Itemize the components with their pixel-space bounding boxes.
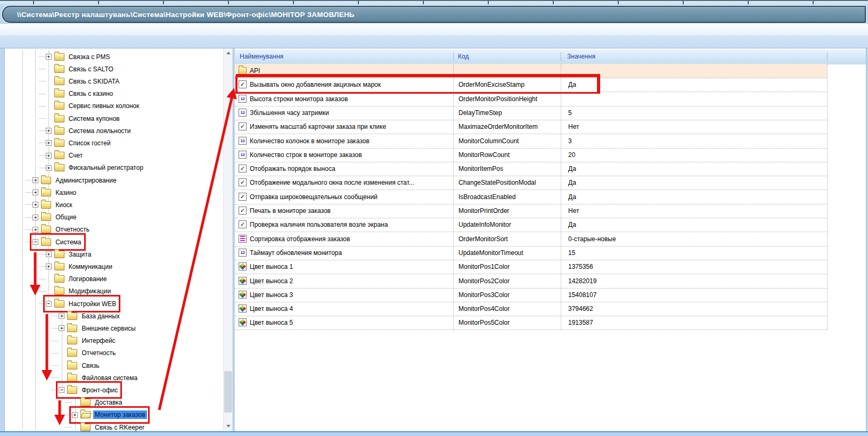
tree-item[interactable]: Связь (5, 359, 233, 372)
tree-item[interactable]: +Защита (5, 248, 233, 260)
setting-code: OrderMonExciseStamp (458, 81, 525, 88)
setting-value: 1913587 (568, 319, 593, 326)
expand-toggle-icon[interactable]: + (59, 313, 64, 319)
scroll-down-button[interactable] (224, 422, 233, 431)
setting-value: 20 (568, 151, 575, 159)
tree-connector (39, 254, 46, 254)
tree-item[interactable]: +Система лояльности (5, 125, 233, 137)
setting-value: 15408107 (568, 291, 596, 299)
setting-row[interactable]: Количество строк в мониторе заказовMonit… (235, 148, 827, 162)
setting-row[interactable]: Печать в мониторе заказовMonitorPrintOrd… (235, 204, 827, 218)
toolbar: ✳ Додати ✕ Видалити Властив... Додати ✕ … (0, 24, 868, 48)
setting-row[interactable]: Отправка широковещательных сообщенийIsBr… (235, 190, 827, 204)
tree-item[interactable]: Отчетность (5, 347, 233, 359)
tree-item[interactable]: −Фронт-офис (5, 384, 233, 396)
expand-toggle-icon[interactable]: + (59, 325, 64, 331)
setting-row[interactable]: Таймаут обновления монитораUpdateMonitor… (235, 246, 827, 260)
column-divider[interactable] (453, 52, 454, 61)
column-header-name[interactable]: Найменування (240, 53, 283, 60)
setting-row[interactable]: Цвет выноса 3MonitorPos3Color15408107 (235, 288, 827, 302)
tree-item[interactable]: +Список гостей (5, 137, 233, 149)
collapse-toggle-icon[interactable]: − (32, 239, 38, 245)
setting-row[interactable]: Количество колонок в мониторе заказовMon… (235, 134, 827, 149)
setting-row[interactable]: Изменять масштаб карточки заказа при кли… (235, 120, 827, 134)
tree-item[interactable]: Доставка (5, 397, 233, 409)
tree-item[interactable]: Сервис пивных колонок (5, 100, 233, 112)
column-header-code[interactable]: Код (458, 53, 469, 60)
tree-item[interactable]: −Система (5, 236, 233, 248)
expand-toggle-icon[interactable]: + (72, 412, 78, 418)
column-header-value[interactable]: Значення (567, 53, 595, 60)
expand-toggle-icon[interactable]: + (46, 128, 52, 134)
tree-item[interactable]: +Фискальный регистратор (5, 162, 233, 174)
setting-row[interactable]: Вызывать окно добавления акцизных марокO… (235, 78, 827, 92)
tree-connector (52, 377, 59, 378)
setting-row[interactable]: Цвет выноса 4MonitorPos4Color3794662 (235, 302, 827, 316)
tree-item[interactable]: +Внешние сервисы (5, 322, 233, 334)
tree-item[interactable]: Связь с казино (5, 88, 233, 100)
collapse-toggle-icon[interactable]: − (59, 387, 64, 393)
scrollbar-thumb[interactable] (224, 371, 232, 413)
expand-toggle-icon[interactable]: + (32, 215, 38, 220)
tree-item-label: Фронт-офис (80, 386, 119, 394)
setting-name: Цвет выноса 5 (250, 319, 293, 326)
tree-item[interactable]: Связь с RKeeper (5, 421, 233, 432)
setting-row[interactable]: Цвет выноса 1MonitorPos1Color1375356 (235, 260, 827, 274)
setting-row[interactable]: Цвет выноса 2MonitorPos2Color14282019 (235, 274, 827, 289)
tree-connector (39, 279, 46, 279)
tree-item[interactable]: +Монитор заказов (5, 409, 233, 421)
folder-icon (54, 263, 64, 270)
expand-toggle-icon[interactable]: + (46, 140, 52, 146)
collapse-toggle-icon[interactable]: − (46, 301, 52, 307)
expand-toggle-icon[interactable]: + (46, 54, 52, 60)
tree-item[interactable]: +Администрирование (5, 174, 233, 186)
setting-row[interactable]: Збільшення часу затримкиDelayTimeStep5 (235, 106, 827, 120)
tree-item[interactable]: Связь с SALTO (5, 63, 233, 75)
expand-toggle-icon[interactable]: + (32, 227, 38, 233)
tree-scrollbar[interactable] (223, 48, 233, 431)
checkbox-setting-icon (239, 207, 247, 215)
tree-connector (39, 118, 46, 119)
tree-item[interactable]: Связь с SKIDATA (5, 75, 233, 87)
setting-row[interactable]: Отображение модального окна после измене… (235, 176, 827, 190)
setting-row[interactable]: Отображать порядок выносаMonitorItemPosД… (235, 162, 827, 176)
expand-toggle-icon[interactable]: + (46, 153, 52, 159)
tree-item[interactable]: Интерфейс (5, 335, 233, 347)
checkbox-setting-icon (239, 178, 247, 186)
checkbox-setting-icon (239, 80, 247, 88)
column-divider[interactable] (827, 52, 828, 61)
expand-toggle-icon[interactable]: + (32, 190, 38, 195)
edge-tick (33, 1, 34, 4)
tree-item[interactable]: +База данных (5, 310, 233, 322)
expand-toggle-icon[interactable]: + (46, 264, 52, 269)
setting-row[interactable]: Цвет выноса 5MonitorPos5Color1913587 (235, 316, 827, 330)
setting-row[interactable]: Высота строки монитора заказовOrderMonit… (235, 92, 827, 106)
tree-item[interactable]: Система купонов (5, 112, 233, 125)
tree-item[interactable]: Модификации (5, 285, 233, 298)
tree-item[interactable]: +Связка с PMS (5, 51, 233, 63)
tree-item[interactable]: +Киоск (5, 199, 233, 211)
expand-toggle-icon[interactable]: + (32, 202, 38, 208)
expand-toggle-icon[interactable]: + (32, 177, 38, 183)
tree-item[interactable]: Файловая система (5, 372, 233, 384)
expand-toggle-icon[interactable]: + (46, 251, 52, 257)
checkbox-setting-icon (239, 164, 247, 172)
column-divider[interactable] (561, 52, 561, 61)
tree-item[interactable]: +Счет (5, 150, 233, 162)
tree-item[interactable]: +Отчетность (5, 224, 233, 236)
tree-item-label: База данных (80, 312, 121, 320)
expand-toggle-icon[interactable]: + (46, 165, 52, 171)
tree-connector (52, 353, 59, 353)
tree-item[interactable]: +Казино (5, 186, 233, 199)
setting-row[interactable]: API (235, 64, 827, 78)
tree-item[interactable]: +Общие (5, 211, 233, 224)
folder-icon (67, 349, 77, 357)
scroll-up-button[interactable] (224, 48, 233, 57)
tree-item[interactable]: −Настройки WEB (5, 298, 233, 310)
tree-item[interactable]: +Коммуникации (5, 260, 233, 273)
setting-value: 5 (568, 109, 572, 117)
setting-row[interactable]: Проверка наличия пользователя возле экра… (235, 218, 827, 232)
tree-item-label: Коммуникации (67, 262, 114, 271)
tree-item[interactable]: Логирование (5, 273, 233, 285)
setting-row[interactable]: Сортировка отображения заказовOrderMonit… (235, 232, 827, 246)
